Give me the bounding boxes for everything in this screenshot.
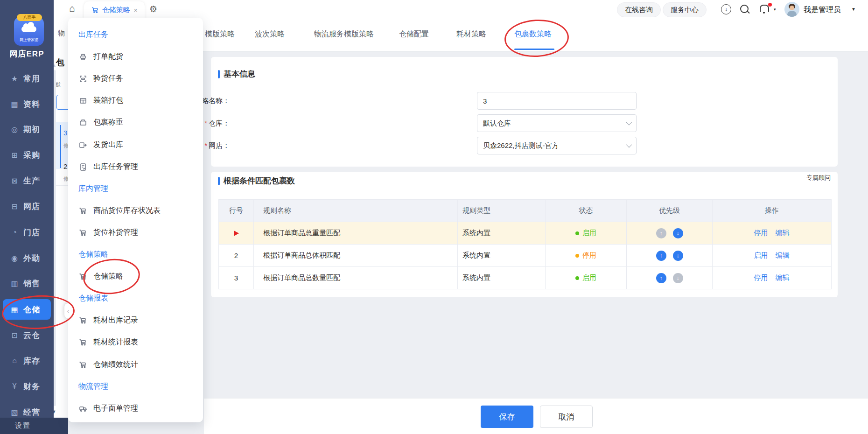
home-icon[interactable]: ⌂ — [69, 3, 75, 14]
sidebar-item-label: 外勤 — [23, 253, 40, 264]
hidden-panel-scrollbar[interactable] — [54, 70, 56, 406]
page-tab-耗材策略[interactable]: 耗材策略 — [456, 29, 486, 39]
cart-icon — [78, 360, 88, 370]
sidebar-item-采购[interactable]: ⊞采购 — [3, 145, 51, 165]
user-caret-icon[interactable]: ▼ — [851, 7, 856, 12]
menu-item-商品货位库存状况表[interactable]: 商品货位库存状况表 — [68, 200, 203, 222]
menu-group-仓储策略: 仓储策略 — [68, 244, 203, 266]
menu-item-验货任务[interactable]: 验货任务 — [68, 68, 203, 90]
menu-item-耗材出库记录[interactable]: 耗材出库记录 — [68, 309, 203, 331]
move-down-button[interactable]: ↓ — [673, 273, 683, 283]
op-link-编辑[interactable]: 编辑 — [776, 273, 790, 282]
save-button[interactable]: 保存 — [481, 406, 533, 428]
warehouse-flyout-menu: 出库任务打单配货验货任务装箱打包包裹称重发货出库出库任务管理库内管理商品货位库存… — [68, 18, 203, 422]
table-row[interactable]: 根据订单商品总重量匹配系统内置启用↑↓停用编辑 — [219, 222, 831, 244]
hidden-text-fragment: 3 — [63, 129, 67, 137]
avatar-body — [787, 11, 797, 17]
网店-select[interactable]: 贝森2622,抖店测试-官方 — [477, 137, 637, 154]
notification-caret-icon[interactable]: ▾ — [774, 7, 776, 12]
sidebar-item-网店[interactable]: ⊟网店 — [3, 196, 51, 217]
menu-item-包裹称重[interactable]: 包裹称重 — [68, 112, 203, 133]
sidebar-item-label: 生产 — [23, 175, 40, 186]
sidebar-item-门店[interactable]: ◔门店 — [3, 222, 51, 243]
menu-group-库内管理: 库内管理 — [68, 178, 203, 200]
menu-group-仓储报表: 仓储报表 — [68, 287, 203, 309]
sidebar-item-外勤[interactable]: ◉外勤 — [3, 248, 51, 268]
op-link-停用[interactable]: 停用 — [754, 273, 768, 282]
外勤-icon: ◉ — [9, 254, 20, 263]
tab-close-icon[interactable]: × — [133, 7, 137, 14]
sidebar-item-label: 销售 — [23, 278, 40, 289]
exclusive-advisor-link[interactable]: 专属顾问 — [806, 174, 831, 182]
move-up-button[interactable]: ↑ — [656, 251, 666, 261]
menu-item-打单配货[interactable]: 打单配货 — [68, 46, 203, 68]
page-tab-波次策略[interactable]: 波次策略 — [255, 29, 285, 39]
page-tab-仓储配置[interactable]: 仓储配置 — [399, 29, 429, 39]
operations-cell: 启用编辑 — [713, 245, 831, 266]
sidebar-item-label: 库存 — [23, 356, 40, 366]
online-consult-button[interactable]: 在线咨询 — [617, 2, 661, 17]
download-icon[interactable]: ↓ — [721, 4, 731, 14]
sidebar-item-label: 门店 — [23, 227, 40, 238]
op-link-编辑[interactable]: 编辑 — [776, 229, 790, 238]
section-bar — [218, 177, 220, 185]
status-cell: 启用 — [546, 267, 627, 289]
section-title-basic: 基本信息 — [224, 69, 255, 79]
rule-type-cell: 系统内置 — [458, 267, 546, 289]
box-icon — [78, 96, 88, 105]
sidebar-item-常用[interactable]: ★常用 — [3, 68, 51, 89]
page-tab-包裹数策略[interactable]: 包裹数策略 — [514, 29, 552, 39]
hidden-text-fragment: 2 — [63, 162, 67, 170]
sidebar-item-销售[interactable]: ▥销售 — [3, 273, 51, 294]
avatar[interactable] — [784, 2, 799, 17]
hidden-search-input[interactable] — [56, 95, 68, 110]
table-row[interactable]: 3根据订单商品总数量匹配系统内置启用↑↓停用编辑 — [219, 266, 831, 289]
sidebar-item-财务[interactable]: ¥财务 — [3, 376, 51, 397]
menu-item-出库任务管理[interactable]: 出库任务管理 — [68, 156, 203, 178]
menu-item-装箱打包[interactable]: 装箱打包 — [68, 90, 203, 112]
cart-icon — [78, 272, 88, 281]
page-tab-模版策略[interactable]: 模版策略 — [205, 29, 235, 39]
column-header-规则名称: 规则名称 — [254, 200, 458, 222]
field-label: *网店： — [205, 141, 230, 150]
menu-item-label: 装箱打包 — [93, 96, 123, 105]
menu-item-label: 耗材出库记录 — [93, 315, 138, 325]
move-down-button[interactable]: ↓ — [673, 251, 683, 261]
menu-item-电子面单管理[interactable]: 电子面单管理 — [68, 398, 203, 420]
策略名称-input[interactable]: 3 — [477, 92, 637, 110]
user-menu[interactable]: 我是管理员 — [804, 5, 841, 15]
op-link-启用[interactable]: 启用 — [754, 251, 768, 260]
service-center-button[interactable]: 服务中心 — [663, 2, 707, 17]
op-link-停用[interactable]: 停用 — [754, 229, 768, 238]
cancel-button[interactable]: 取消 — [540, 406, 593, 428]
sidebar-item-仓储[interactable]: ▦仓储 — [3, 299, 51, 320]
sidebar-item-库存[interactable]: ⌂库存 — [3, 350, 51, 371]
tab-settings-gear-icon[interactable]: ⚙ — [149, 4, 157, 14]
move-up-button[interactable]: ↑ — [656, 273, 666, 283]
menu-item-货位补货管理[interactable]: 货位补货管理 — [68, 222, 203, 244]
op-link-编辑[interactable]: 编辑 — [776, 251, 790, 260]
page-tab-物流服务模版策略[interactable]: 物流服务模版策略 — [314, 29, 374, 39]
collapse-panel-handle[interactable]: ‹ — [64, 303, 72, 318]
menu-item-发货出库[interactable]: 发货出库 — [68, 134, 203, 156]
table-row[interactable]: 2根据订单商品总体积匹配系统内置停用↑↓启用编辑 — [219, 244, 831, 266]
menu-item-耗材统计报表[interactable]: 耗材统计报表 — [68, 331, 203, 353]
仓库-select[interactable]: 默认仓库 — [477, 114, 637, 132]
notification-bell-icon[interactable] — [760, 5, 769, 12]
search-icon[interactable] — [740, 5, 749, 13]
move-up-button[interactable]: ↑ — [656, 228, 666, 238]
sidebar-item-期初[interactable]: ◎期初 — [3, 119, 51, 140]
sidebar-item-settings[interactable]: 设置 — [0, 418, 68, 434]
sidebar-item-云仓[interactable]: ⊡云仓 — [3, 325, 51, 345]
sidebar-item-生产[interactable]: ⊠生产 — [3, 170, 51, 191]
库存-icon: ⌂ — [9, 357, 20, 365]
ship-icon — [78, 140, 88, 150]
open-tab-warehouse-strategy[interactable]: 仓储策略 × — [84, 1, 145, 19]
required-star: * — [205, 119, 207, 127]
menu-item-仓储策略[interactable]: 仓储策略 — [68, 266, 203, 287]
sidebar-item-label: 仓储 — [23, 304, 40, 315]
move-down-button[interactable]: ↓ — [673, 228, 683, 238]
menu-item-仓储绩效统计[interactable]: 仓储绩效统计 — [68, 354, 203, 376]
current-row-marker-icon — [234, 231, 239, 236]
sidebar-item-资料[interactable]: ▤资料 — [3, 94, 51, 114]
